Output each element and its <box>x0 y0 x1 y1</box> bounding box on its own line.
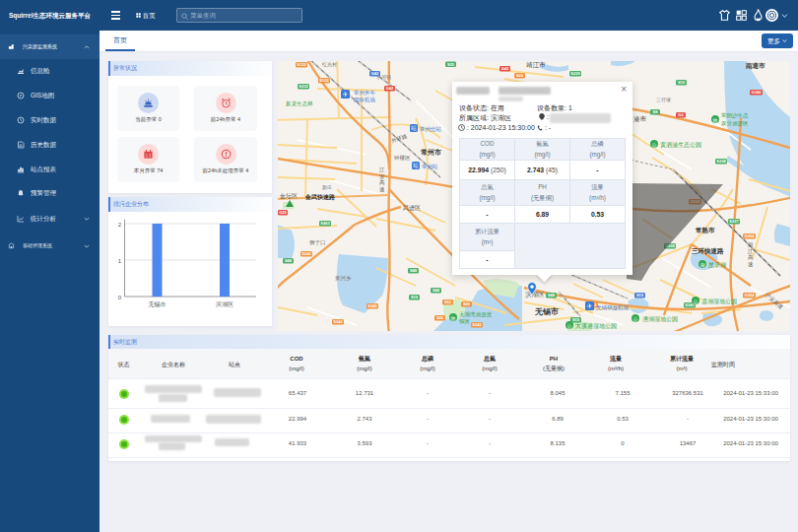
svg-text:✈: ✈ <box>587 302 593 309</box>
svg-text:✈: ✈ <box>343 91 349 98</box>
svg-text:G2: G2 <box>678 112 684 117</box>
svg-text:大溪港湿地公园: 大溪港湿地公园 <box>575 322 617 330</box>
svg-text:常州站: 常州站 <box>422 164 438 169</box>
svg-text:沿江高速: 沿江高速 <box>748 241 754 267</box>
svg-text:金武快速路: 金武快速路 <box>304 193 336 201</box>
svg-text:旅: 旅 <box>712 117 718 123</box>
svg-text:S19: S19 <box>411 295 419 299</box>
svg-text:S26: S26 <box>436 315 444 320</box>
svg-text:武进区: 武进区 <box>403 204 421 212</box>
svg-text:红光村: 红光村 <box>322 61 337 68</box>
svg-text:无锡硕放机场: 无锡硕放机场 <box>596 304 629 311</box>
svg-text:G42: G42 <box>386 86 394 91</box>
svg-text:1: 1 <box>118 258 122 264</box>
svg-text:无锡市: 无锡市 <box>149 300 166 308</box>
svg-text:S20: S20 <box>463 301 471 306</box>
svg-text:南通市: 南通市 <box>745 62 765 70</box>
svg-text:S122: S122 <box>297 62 306 67</box>
svg-text:新庄: 新庄 <box>322 184 332 190</box>
svg-text:昆承湖: 昆承湖 <box>708 262 726 269</box>
svg-text:2: 2 <box>118 222 122 228</box>
svg-text:彦湖湿地公园: 彦湖湿地公园 <box>701 298 737 305</box>
svg-text:钟楼区: 钟楼区 <box>393 155 411 161</box>
svg-text:G25: G25 <box>279 210 287 215</box>
svg-text:常州北站: 常州北站 <box>420 126 442 133</box>
svg-text:S52: S52 <box>444 299 452 304</box>
svg-text:靖江市: 靖江市 <box>526 61 546 69</box>
svg-text:常阴沙生态: 常阴沙生态 <box>721 112 749 119</box>
svg-text:S342: S342 <box>472 322 482 327</box>
svg-text:港市: 港市 <box>633 115 647 123</box>
svg-text:狮子口: 狮子口 <box>309 239 326 246</box>
svg-text:S48: S48 <box>285 258 293 263</box>
svg-text:农业旅游区: 农业旅游区 <box>721 120 749 127</box>
svg-text:S122: S122 <box>319 78 329 83</box>
svg-text:0: 0 <box>118 295 122 300</box>
svg-text:站: 站 <box>412 163 419 168</box>
svg-text:常州市: 常州市 <box>421 148 441 157</box>
svg-text:S8: S8 <box>653 109 659 114</box>
svg-text:三圩埭: 三圩埭 <box>656 97 671 102</box>
svg-text:S229: S229 <box>570 71 580 76</box>
svg-text:公: 公 <box>567 323 572 329</box>
svg-text:新龙生态林: 新龙生态林 <box>286 100 313 106</box>
svg-text:S340: S340 <box>367 303 377 308</box>
svg-text:无锡市: 无锡市 <box>534 306 559 316</box>
svg-text:金坛区: 金坛区 <box>279 192 298 199</box>
svg-text:S48: S48 <box>410 268 418 273</box>
svg-text:旅: 旅 <box>450 315 456 321</box>
svg-text:G204: G204 <box>745 293 756 298</box>
svg-text:S240: S240 <box>301 251 311 256</box>
svg-text:S232: S232 <box>299 84 308 89</box>
svg-text:三环快速路: 三环快速路 <box>692 247 724 255</box>
svg-text:站: 站 <box>410 125 417 131</box>
svg-text:S338: S338 <box>716 159 726 164</box>
svg-text:黄泗浦生态公园: 黄泗浦生态公园 <box>660 141 701 149</box>
svg-text:假区: 假区 <box>458 318 471 324</box>
svg-text:国际机场: 国际机场 <box>354 97 375 103</box>
svg-text:S342: S342 <box>333 319 343 324</box>
svg-text:常熟市: 常熟市 <box>696 227 715 234</box>
svg-text:S48: S48 <box>432 288 440 293</box>
svg-text:S48: S48 <box>548 293 556 298</box>
svg-text:G42: G42 <box>501 66 509 71</box>
svg-text:S29: S29 <box>516 73 524 78</box>
svg-text:湖: 湖 <box>700 262 705 268</box>
svg-text:滨湖区: 滨湖区 <box>216 300 233 307</box>
svg-text:S227: S227 <box>729 219 739 224</box>
svg-text:S19: S19 <box>636 293 644 298</box>
svg-text:太湖湾旅游度: 太湖湾旅游度 <box>459 311 493 318</box>
svg-text:常州奔牛: 常州奔牛 <box>354 90 376 96</box>
svg-text:江宜高速: 江宜高速 <box>379 166 385 192</box>
svg-text:公: 公 <box>694 299 698 304</box>
svg-text:公: 公 <box>633 316 638 322</box>
svg-text:G346: G346 <box>752 90 763 95</box>
svg-text:公: 公 <box>652 142 657 148</box>
svg-text:黄河乡: 黄河乡 <box>335 275 352 282</box>
svg-text:G204: G204 <box>745 233 756 238</box>
svg-text:S19: S19 <box>678 80 686 85</box>
svg-text:小河镇: 小河镇 <box>376 74 391 81</box>
svg-text:S35: S35 <box>447 62 455 67</box>
svg-text:S463: S463 <box>320 221 330 226</box>
svg-text:漕湖湿地公园: 漕湖湿地公园 <box>642 315 678 323</box>
